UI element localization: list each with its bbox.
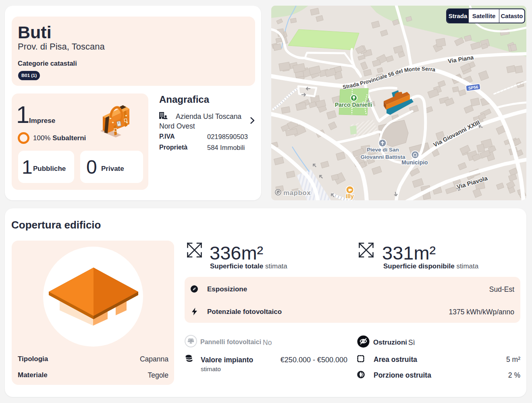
svg-text:Municipio: Municipio (401, 159, 428, 166)
svg-text:Parco Danielli: Parco Danielli (335, 102, 372, 108)
svg-text:Pieve di San: Pieve di San (367, 147, 399, 153)
svg-text:Giovanni Battista: Giovanni Battista (360, 154, 405, 160)
svg-text:mapbox: mapbox (283, 189, 311, 197)
svg-text:Illy: Illy (346, 193, 354, 199)
